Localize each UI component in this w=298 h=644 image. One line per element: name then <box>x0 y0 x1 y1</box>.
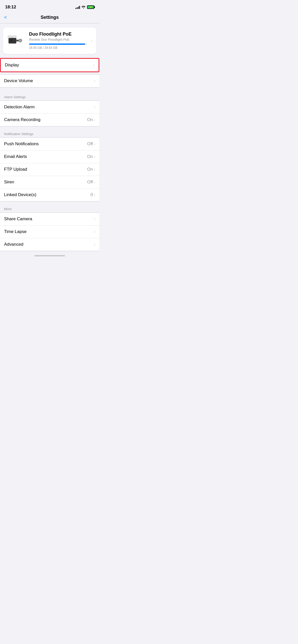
detection-alarm-item[interactable]: Detection Alarm › <box>0 101 99 113</box>
storage-bar <box>29 43 87 45</box>
ftp-upload-item[interactable]: FTP Upload On › <box>0 163 99 176</box>
ftp-upload-value: On <box>87 167 93 172</box>
device-volume-group: Device Volume › <box>0 74 99 87</box>
ftp-upload-label: FTP Upload <box>4 167 27 172</box>
siren-right: Off › <box>87 180 95 185</box>
detection-alarm-chevron-icon: › <box>94 105 95 109</box>
device-volume-item[interactable]: Device Volume › <box>0 75 99 87</box>
storage-text: 28.55 GB / 29.54 GB <box>29 46 87 50</box>
svg-rect-8 <box>8 36 11 37</box>
status-bar: 18:12 ⚡ <box>0 0 99 13</box>
advanced-item[interactable]: Advanced › <box>0 238 99 251</box>
linked-devices-item[interactable]: Linked Device(s) 0 › <box>0 188 99 201</box>
time-lapse-chevron-icon: › <box>94 229 95 234</box>
share-camera-label: Share Camera <box>4 216 32 222</box>
spacer-1 <box>0 90 99 92</box>
time-lapse-item[interactable]: Time Lapse › <box>0 225 99 238</box>
linked-devices-right: 0 › <box>90 192 95 197</box>
device-volume-chevron-icon: › <box>94 79 95 83</box>
spacer-2 <box>0 126 99 128</box>
device-image <box>7 32 25 50</box>
more-section-header: More <box>0 203 99 212</box>
device-model: Reolink Duo Floodlight PoE <box>29 38 87 41</box>
display-label: Display <box>5 63 19 68</box>
signal-icon <box>75 5 80 9</box>
page-title: Settings <box>40 15 59 20</box>
camera-recording-label: Camera Recording <box>4 117 40 122</box>
notification-section-header: Notification Settings <box>0 128 99 137</box>
status-time: 18:12 <box>5 5 16 10</box>
siren-item[interactable]: Siren Off › <box>0 176 99 188</box>
share-camera-chevron-icon: › <box>94 217 95 221</box>
email-alerts-chevron-icon: › <box>94 154 95 159</box>
time-lapse-right: › <box>94 229 95 234</box>
camera-recording-chevron-icon: › <box>94 118 95 122</box>
push-notifications-chevron-icon: › <box>94 142 95 146</box>
camera-recording-right: On › <box>87 117 95 122</box>
device-info: Duo Floodlight PoE Reolink Duo Floodligh… <box>29 32 87 50</box>
camera-recording-value: On <box>87 117 93 122</box>
email-alerts-right: On › <box>87 154 95 159</box>
device-chevron-icon: › <box>91 38 92 43</box>
device-name: Duo Floodlight PoE <box>29 32 87 37</box>
device-card[interactable]: Duo Floodlight PoE Reolink Duo Floodligh… <box>3 27 96 54</box>
device-volume-right: › <box>94 79 95 83</box>
spacer-3 <box>0 201 99 203</box>
push-notifications-item[interactable]: Push Notifications Off › <box>0 138 99 150</box>
alarm-settings-group: Detection Alarm › Camera Recording On › <box>0 100 99 126</box>
siren-chevron-icon: › <box>94 180 95 184</box>
battery-icon: ⚡ <box>87 5 94 9</box>
display-chevron-icon: › <box>93 63 94 67</box>
share-camera-right: › <box>94 217 95 221</box>
email-alerts-value: On <box>87 154 93 159</box>
push-notifications-right: Off › <box>87 141 95 147</box>
linked-devices-value: 0 <box>90 192 93 197</box>
linked-devices-label: Linked Device(s) <box>4 192 36 197</box>
camera-icon <box>7 33 25 48</box>
status-icons: ⚡ <box>75 5 94 9</box>
charging-icon: ⚡ <box>89 6 92 8</box>
display-item-highlighted[interactable]: Display › <box>0 58 99 72</box>
ftp-upload-chevron-icon: › <box>94 167 95 172</box>
scroll-pill <box>34 255 65 256</box>
email-alerts-label: Email Alerts <box>4 154 27 159</box>
advanced-right: › <box>94 242 95 247</box>
nav-bar: < Settings <box>0 13 99 23</box>
siren-label: Siren <box>4 180 14 185</box>
camera-recording-item[interactable]: Camera Recording On › <box>0 113 99 126</box>
share-camera-item[interactable]: Share Camera › <box>0 213 99 225</box>
advanced-label: Advanced <box>4 242 23 247</box>
push-notifications-value: Off <box>87 141 93 147</box>
more-settings-group: Share Camera › Time Lapse › Advanced › <box>0 212 99 251</box>
home-indicator <box>0 251 99 260</box>
ftp-upload-right: On › <box>87 167 95 172</box>
linked-devices-chevron-icon: › <box>94 193 95 197</box>
device-volume-label: Device Volume <box>4 78 33 83</box>
email-alerts-item[interactable]: Email Alerts On › <box>0 150 99 163</box>
notification-settings-group: Push Notifications Off › Email Alerts On… <box>0 137 99 201</box>
wifi-icon <box>82 5 86 9</box>
nav-divider <box>0 23 99 23</box>
advanced-chevron-icon: › <box>94 242 95 247</box>
detection-alarm-right: › <box>94 105 95 109</box>
detection-alarm-label: Detection Alarm <box>4 105 35 110</box>
storage-bar-fill <box>29 43 85 45</box>
svg-point-3 <box>11 40 12 41</box>
alarm-section-header: Alarm Settings <box>0 92 99 100</box>
siren-value: Off <box>87 180 93 185</box>
back-button[interactable]: < <box>4 15 7 20</box>
svg-point-6 <box>19 39 21 42</box>
push-notifications-label: Push Notifications <box>4 141 39 147</box>
time-lapse-label: Time Lapse <box>4 229 26 234</box>
svg-rect-10 <box>13 36 16 37</box>
display-item[interactable]: Display › <box>1 59 99 71</box>
